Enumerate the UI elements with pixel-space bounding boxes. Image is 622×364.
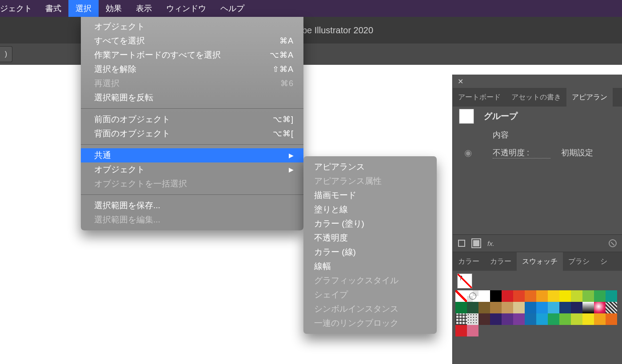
swatch-cell[interactable] (467, 302, 478, 313)
panel-tab[interactable]: スウォッチ (517, 252, 563, 271)
swatch-cell[interactable] (490, 290, 502, 302)
swatch-cell[interactable] (525, 302, 536, 313)
swatch-cell[interactable] (571, 302, 582, 313)
clear-appearance-icon[interactable] (609, 239, 617, 247)
swatch-cell[interactable] (525, 290, 536, 302)
submenu-item[interactable]: カラー (塗り) (303, 217, 437, 231)
swatch-cell[interactable] (478, 302, 490, 313)
swatch-cell[interactable] (594, 313, 606, 325)
submenu-item[interactable]: 線幅 (303, 259, 437, 273)
menu-item[interactable]: 選択範囲を反転 (81, 91, 303, 105)
swatch-cell[interactable] (502, 290, 513, 302)
swatch-cell[interactable] (606, 313, 617, 325)
swatch-cell[interactable] (513, 290, 525, 302)
swatch-cell[interactable] (559, 302, 571, 313)
panel-tab[interactable]: カラー (453, 252, 485, 271)
submenu-item[interactable]: 不透明度 (303, 231, 437, 245)
swatch-cell[interactable] (455, 325, 467, 336)
add-effect-icon[interactable]: fx. (487, 240, 494, 247)
swatch-cell[interactable] (490, 302, 502, 313)
menu-item-6[interactable]: ヘルプ (213, 0, 251, 17)
swatch-cell[interactable] (559, 313, 571, 325)
close-icon[interactable]: ✕ (456, 77, 464, 85)
swatch-cell[interactable] (525, 313, 536, 325)
panel-tab[interactable]: アートボード (453, 88, 506, 107)
swatch-cell[interactable] (571, 313, 582, 325)
menu-item-5[interactable]: ウィンドウ (159, 0, 213, 17)
menu-item[interactable]: すべてを選択⌘A (81, 34, 303, 48)
submenu-item[interactable]: カラー (線) (303, 245, 437, 259)
swatch-cell[interactable] (548, 302, 559, 313)
fill-swatch[interactable] (459, 109, 474, 124)
panel-tab[interactable]: シ (595, 252, 613, 271)
swatch-cell[interactable] (594, 290, 606, 302)
panel-tab[interactable]: アピアラン (566, 88, 613, 107)
menu-item[interactable]: オブジェクト▶ (81, 162, 303, 177)
menu-item[interactable]: 背面のオブジェクト⌥⌘[ (81, 127, 303, 141)
swatch-cell[interactable] (548, 313, 559, 325)
swatch-cell[interactable] (513, 313, 525, 325)
swatch-cell[interactable] (502, 313, 513, 325)
menu-item-label: すべてを選択 (94, 35, 279, 47)
submenu-item: 一連のリンクブロック (303, 316, 437, 330)
menu-item-label: 選択範囲を編集... (94, 214, 294, 226)
swatch-none-large[interactable]: ? (457, 273, 472, 289)
menu-item-1[interactable]: 書式 (38, 0, 68, 17)
panel-tabs-bottom: カラーカラースウォッチブラシシ (453, 252, 622, 271)
menu-item[interactable]: 選択を解除⇧⌘A (81, 62, 303, 76)
swatch-cell[interactable] (559, 290, 571, 302)
menu-item[interactable]: 作業アートボードのすべてを選択⌥⌘A (81, 48, 303, 62)
swatch-cell[interactable] (582, 302, 594, 313)
panel-tab[interactable]: アセットの書き (506, 88, 566, 107)
appearance-opacity-row[interactable]: ◉ 不透明度 : 初期設定 (453, 144, 622, 162)
submenu-item[interactable]: 塗りと線 (303, 202, 437, 217)
swatch-cell[interactable] (467, 325, 478, 336)
swatch-cell[interactable] (490, 313, 502, 325)
menu-item-2[interactable]: 選択 (68, 0, 99, 17)
swatch-cell[interactable] (455, 290, 467, 302)
swatches-panel: ? (453, 271, 622, 336)
menu-item-shortcut: ⌥⌘A (270, 50, 294, 60)
appearance-contents-row[interactable]: 内容 (453, 126, 622, 144)
swatch-cell[interactable] (536, 290, 548, 302)
swatch-cell[interactable] (606, 302, 617, 313)
menu-item[interactable]: 前面のオブジェクト⌥⌘] (81, 112, 303, 127)
menu-item[interactable]: 共通▶ (81, 148, 303, 162)
visibility-icon[interactable]: ◉ (464, 147, 472, 158)
swatch-cell[interactable] (536, 302, 548, 313)
submenu-item[interactable]: アピアランス (303, 160, 437, 174)
panel-tab[interactable]: ブラシ (563, 252, 595, 271)
swatch-cell[interactable] (582, 313, 594, 325)
panel-tab[interactable]: カラー (485, 252, 517, 271)
menu-item[interactable]: オブジェクト (81, 20, 303, 34)
swatch-cell[interactable] (467, 290, 478, 302)
submenu-item: シンボルインスタンス (303, 302, 437, 316)
panel-tabs-top: アートボードアセットの書きアピアラン (453, 88, 622, 107)
swatch-cell[interactable] (571, 290, 582, 302)
swatch-cell[interactable] (455, 302, 467, 313)
swatch-cell[interactable] (478, 313, 490, 325)
tab-stub[interactable]: ) (0, 46, 12, 62)
swatch-cell[interactable] (548, 290, 559, 302)
swatch-cell[interactable] (467, 313, 478, 325)
swatch-cell[interactable] (455, 313, 467, 325)
new-fill-icon[interactable] (473, 240, 479, 246)
menu-item-label: 再選択 (94, 78, 280, 89)
submenu-item: グラフィックスタイル (303, 273, 437, 288)
swatch-cell[interactable] (594, 302, 606, 313)
right-panel: ✕ アートボードアセットの書きアピアラン グループ 内容 ◉ 不透明度 : 初期… (452, 75, 622, 364)
new-stroke-icon[interactable] (458, 240, 465, 247)
swatch-cell[interactable] (536, 313, 548, 325)
menu-item-0[interactable]: ジェクト (0, 0, 38, 17)
swatch-cell[interactable] (606, 290, 617, 302)
menu-item[interactable]: 選択範囲を保存... (81, 198, 303, 213)
menu-item-4[interactable]: 表示 (129, 0, 159, 17)
menu-item-3[interactable]: 効果 (99, 0, 129, 17)
swatch-cell[interactable] (478, 290, 490, 302)
swatch-cell[interactable] (513, 302, 525, 313)
submenu-item[interactable]: 描画モード (303, 188, 437, 202)
menu-item-label: 背面のオブジェクト (94, 128, 273, 139)
swatch-cell[interactable] (582, 290, 594, 302)
swatch-cell[interactable] (502, 302, 513, 313)
menu-item-shortcut: ⌘A (279, 36, 294, 46)
